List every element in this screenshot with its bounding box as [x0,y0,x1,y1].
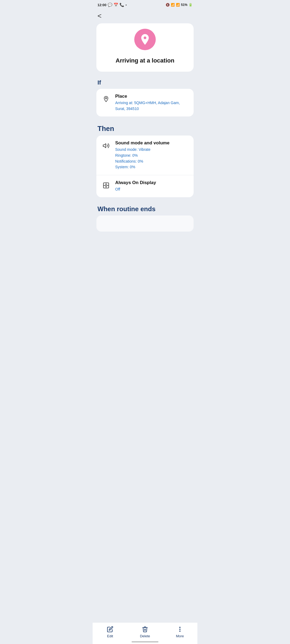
place-subtitle: Arriving at: 5QMG+HMH, Adajan Gam, Surat… [115,100,189,112]
place-content: Place Arriving at: 5QMG+HMH, Adajan Gam,… [115,94,189,112]
status-time: 12:00 [97,3,106,7]
aod-icon [101,181,111,190]
svg-marker-2 [103,144,106,148]
signal-icon: 📶 [176,3,180,7]
battery-icon: 🔋 [189,3,193,7]
sound-mode-row[interactable]: Sound mode and volume Sound mode: Vibrat… [96,136,194,175]
location-pin-icon [140,34,150,45]
place-row[interactable]: Place Arriving at: 5QMG+HMH, Adajan Gam,… [96,89,194,116]
when-card-placeholder [96,215,194,232]
sound-subtitle: Sound mode: Vibrate Ringtone: 0% Notific… [115,147,189,170]
battery-text: 51% [181,3,187,7]
location-icon-circle [134,29,156,50]
if-label: If [93,76,197,89]
sound-icon [101,141,111,151]
sound-title: Sound mode and volume [115,140,189,146]
then-card: Sound mode and volume Sound mode: Vibrat… [96,136,194,197]
when-section: When routine ends [93,201,197,237]
back-chevron-icon: < [97,12,102,20]
if-place-card[interactable]: Place Arriving at: 5QMG+HMH, Adajan Gam,… [96,89,194,116]
back-button[interactable]: < [93,9,197,21]
status-left: 12:00 💬 📅 📞 ● [97,3,127,7]
hero-card: Arriving at a location [96,23,194,72]
aod-subtitle: Off [115,186,189,192]
calendar-icon: 📅 [114,3,118,7]
place-icon [101,94,111,104]
wifi-icon: 📶 [171,3,175,7]
mute-icon: 🔇 [166,3,170,7]
status-right: 🔇 📶 📶 51% 🔋 [166,3,193,7]
phone-icon: 📞 [119,3,124,7]
when-label: When routine ends [93,201,197,215]
whatsapp-icon: 💬 [108,3,112,7]
svg-point-4 [105,185,107,186]
aod-content: Always On Display Off [115,180,189,192]
place-title: Place [115,94,189,99]
aod-row[interactable]: Always On Display Off [96,175,194,197]
aod-title: Always On Display [115,180,189,185]
svg-point-0 [144,36,146,39]
hero-title: Arriving at a location [116,57,175,64]
then-label: Then [93,120,197,136]
sound-content: Sound mode and volume Sound mode: Vibrat… [115,140,189,170]
status-bar: 12:00 💬 📅 📞 ● 🔇 📶 📶 51% 🔋 [93,0,197,9]
dot-indicator: ● [125,4,127,6]
svg-point-1 [106,98,107,99]
